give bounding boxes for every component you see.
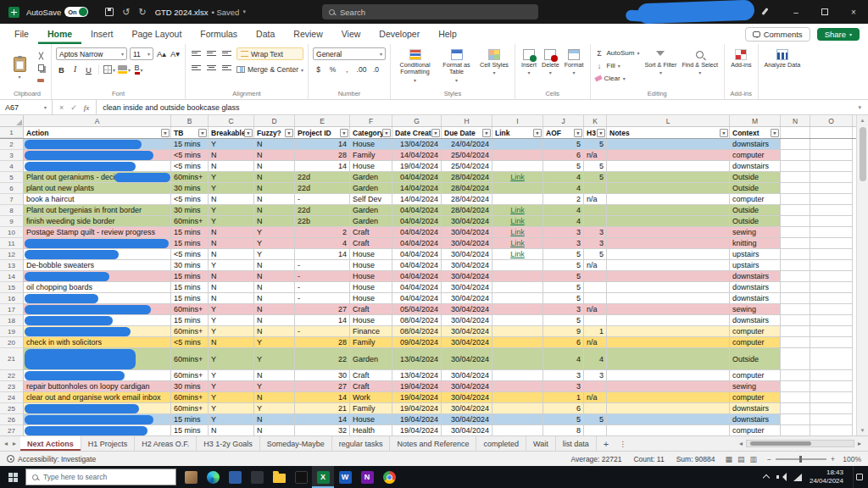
cell-L20[interactable] (607, 337, 730, 348)
cell-A20[interactable]: check in with solicitors (24, 337, 171, 348)
cell-G15[interactable]: 04/04/2024 (392, 282, 442, 293)
page-break-view-icon[interactable]: ▥ (750, 455, 758, 463)
cell-C22[interactable]: Y (209, 370, 254, 381)
cell-D6[interactable]: N (254, 183, 295, 194)
column-header-project-id[interactable]: Project ID▾ (295, 127, 350, 138)
cell-G4[interactable]: 19/04/2024 (392, 161, 442, 172)
cell-I18[interactable] (492, 315, 543, 326)
cell-D3[interactable]: N (254, 150, 295, 161)
column-header-category[interactable]: Category▾ (350, 127, 392, 138)
column-letter-i[interactable]: I (492, 115, 543, 126)
cell-I6[interactable] (492, 183, 543, 194)
page-layout-view-icon[interactable]: ▤ (737, 455, 745, 463)
column-letter-b[interactable]: B (171, 115, 209, 126)
cell-B14[interactable]: 15 mins (171, 271, 209, 282)
cell-M13[interactable]: upstairs (730, 260, 781, 271)
cell-C8[interactable]: Y (209, 205, 254, 216)
taskbar-terminal-icon[interactable] (290, 466, 312, 488)
cell-H4[interactable]: 25/04/2024 (442, 161, 492, 172)
notification-center-button[interactable] (853, 466, 865, 488)
cell-H26[interactable]: 30/04/2024 (442, 414, 492, 425)
cell-J11[interactable]: 3 (543, 238, 584, 249)
cells-insert-button[interactable]: Insert▾ (520, 47, 538, 78)
cell-K16[interactable] (584, 293, 607, 304)
cell-M6[interactable]: Outside (730, 183, 781, 194)
filter-button[interactable]: ▾ (533, 129, 542, 137)
cell-I25[interactable] (492, 403, 543, 414)
cell-G11[interactable]: 04/04/2024 (392, 238, 442, 249)
taskbar-store-icon[interactable] (246, 466, 268, 488)
comments-button[interactable]: Comments (745, 27, 810, 42)
column-header-h3[interactable]: H3▾ (584, 127, 607, 138)
filter-button[interactable]: ▾ (431, 129, 440, 137)
cell-L14[interactable] (607, 271, 730, 282)
sheet-tab-regular-tasks[interactable]: regular tasks (332, 436, 391, 451)
number-format-combo[interactable]: General ▾ (313, 47, 386, 60)
cell-D25[interactable]: Y (254, 403, 295, 414)
cell-A26[interactable] (24, 414, 171, 425)
editing-fill-button[interactable]: ↓Fill▾ (595, 60, 640, 71)
cell-G26[interactable]: 19/04/2024 (392, 414, 442, 425)
row-number[interactable]: 10 (0, 227, 24, 238)
row-number[interactable]: 14 (0, 271, 24, 282)
cell-A25[interactable] (24, 403, 171, 414)
cell-I8[interactable]: Link (492, 205, 543, 216)
ribbon-tab-developer[interactable]: Developer (370, 24, 429, 44)
cell-A12[interactable] (24, 249, 171, 260)
ribbon-tab-view[interactable]: View (332, 24, 370, 44)
cell-H2[interactable]: 24/04/2024 (442, 139, 492, 150)
cell-C7[interactable]: N (209, 194, 254, 205)
horizontal-scrollbar[interactable]: ◂ ▸ (739, 440, 868, 447)
column-header-tb[interactable]: TB▾ (171, 127, 209, 138)
cell-E20[interactable]: 28 (295, 337, 350, 348)
cell-I24[interactable] (492, 392, 543, 403)
cell-O11[interactable] (810, 238, 853, 249)
editing-autosum-button[interactable]: ΣAutoSum▾ (595, 47, 640, 58)
cell-L4[interactable] (607, 161, 730, 172)
cell-E4[interactable]: 14 (295, 161, 350, 172)
cell-I14[interactable] (492, 271, 543, 282)
row-number[interactable]: 23 (0, 381, 24, 392)
cell-J4[interactable]: 5 (543, 161, 584, 172)
cell-I27[interactable] (492, 425, 543, 435)
cell-E9[interactable]: 22b (295, 216, 350, 227)
cell-G22[interactable]: 13/04/2024 (392, 370, 442, 381)
cell-L19[interactable] (607, 326, 730, 337)
cell-C27[interactable]: N (209, 425, 254, 435)
cell-E18[interactable]: 14 (295, 315, 350, 326)
cell-F5[interactable]: Garden (350, 172, 392, 183)
cell-F7[interactable]: Self Dev (350, 194, 392, 205)
cell-N24[interactable] (781, 392, 810, 403)
cell-J21[interactable]: 4 (543, 348, 584, 370)
cell-M4[interactable]: downstairs (730, 161, 781, 172)
sheet-tab-notes-and-reference[interactable]: Notes and Reference (390, 436, 476, 451)
cell-K9[interactable] (584, 216, 607, 227)
vertical-scrollbar[interactable]: ▲ ▼ (856, 115, 868, 435)
cell-A16[interactable] (24, 293, 171, 304)
cell-O6[interactable] (810, 183, 853, 194)
column-letter-m[interactable]: M (730, 115, 781, 126)
cell-A15[interactable]: oil chopping boards (24, 282, 171, 293)
cell-J24[interactable]: 1 (543, 392, 584, 403)
cell-C25[interactable]: Y (209, 403, 254, 414)
cell-E26[interactable]: 14 (295, 414, 350, 425)
cell-B25[interactable]: 60mins+ (171, 403, 209, 414)
cell-H7[interactable]: 28/04/2024 (442, 194, 492, 205)
zoom-in-icon[interactable]: + (831, 455, 835, 463)
cell-J23[interactable]: 3 (543, 381, 584, 392)
cell-A19[interactable] (24, 326, 171, 337)
cell-G7[interactable]: 14/04/2024 (392, 194, 442, 205)
cell-A17[interactable] (24, 304, 171, 315)
cell-L15[interactable] (607, 282, 730, 293)
cell-G10[interactable]: 04/04/2024 (392, 227, 442, 238)
cell-A23[interactable]: repair buttonholes on loopy cardigan (24, 381, 171, 392)
undo-icon[interactable]: ↺ (122, 7, 130, 18)
cells-delete-button[interactable]: Delete▾ (540, 47, 561, 78)
row-number[interactable]: 8 (0, 205, 24, 216)
cell-H11[interactable]: 30/04/2024 (442, 238, 492, 249)
network-icon[interactable] (793, 474, 802, 481)
cell-M17[interactable]: sewing (730, 304, 781, 315)
cell-N2[interactable] (781, 139, 810, 150)
cell-L11[interactable] (607, 238, 730, 249)
cell-J18[interactable]: 5 (543, 315, 584, 326)
